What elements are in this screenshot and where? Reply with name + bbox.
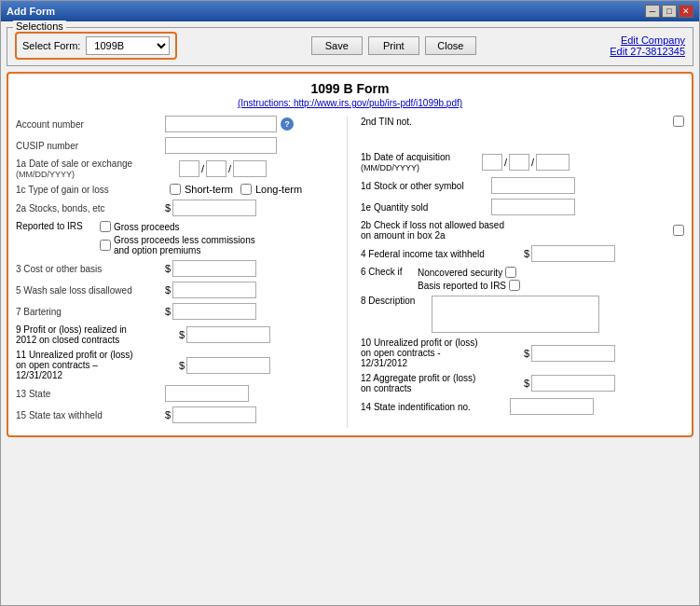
stock-symbol-row: 1d Stock or other symbol [361, 177, 684, 194]
state-row: 13 State [16, 385, 339, 402]
profit-realized-label: 9 Profit or (loss) realized in2012 on cl… [16, 324, 179, 345]
cost-basis-input[interactable] [172, 260, 256, 277]
account-number-field: Account number ? [16, 116, 339, 132]
check-loss-row: 2b Check if loss not allowed basedon amo… [361, 220, 684, 241]
stocks-bonds-field: 2a Stocks, bonds, etc $ [16, 200, 339, 216]
gross-proceeds-checkbox[interactable] [100, 221, 111, 232]
stock-symbol-input[interactable] [491, 177, 575, 194]
maximize-button[interactable]: □ [662, 5, 677, 18]
form-container: 1099 B Form (Instructions: http://www.ir… [7, 72, 693, 437]
edit-ein-link[interactable]: Edit 27-3812345 [610, 46, 685, 57]
form-body: Account number ? CUSIP number [16, 116, 684, 428]
gross-proceeds-less-checkbox[interactable] [100, 240, 111, 251]
quantity-sold-input[interactable] [491, 199, 575, 215]
cost-basis-field: 3 Cost or other basis $ [16, 260, 339, 277]
print-button[interactable]: Print [368, 36, 419, 55]
type-gain-loss-row: 1c Type of gain or loss Short-term Long-… [16, 184, 339, 195]
state-tax-label: 15 State tax withheld [16, 410, 165, 420]
bartering-label: 7 Bartering [16, 307, 165, 317]
stocks-bonds-input[interactable] [172, 200, 256, 216]
date-sale-label: 1a Date of sale or exchange(MM/DD/YYYY) [16, 158, 179, 179]
basis-reported-checkbox[interactable] [509, 280, 520, 291]
account-number-row: Account number ? [16, 116, 339, 132]
unrealized-profit-11-input[interactable] [186, 357, 270, 374]
unrealized-profit-11-field: 11 Unrealized profit or (loss)on open co… [16, 350, 339, 380]
date-acq-mm[interactable] [482, 154, 502, 171]
stock-symbol-field: 1d Stock or other symbol [361, 177, 684, 194]
basis-reported-label: Basis reported to IRS [418, 281, 506, 291]
minimize-button[interactable]: ─ [645, 5, 660, 18]
aggregate-input[interactable] [531, 375, 615, 392]
description-textarea[interactable] [432, 296, 599, 333]
date-sale-yyyy[interactable] [233, 160, 267, 177]
cusip-spacer [361, 131, 684, 152]
gain-loss-options: Short-term Long-term [170, 184, 302, 195]
unrealized-profit-11-row: 11 Unrealized profit or (loss)on open co… [16, 350, 339, 380]
select-form-group: Select Form: 1099B 1099-DIV 1099-INT 109… [15, 32, 177, 60]
noncovered-label: Noncovered security [418, 268, 502, 278]
account-number-label: Account number [16, 119, 165, 130]
date-sale-field: 1a Date of sale or exchange(MM/DD/YYYY) … [16, 158, 339, 179]
unrealized-profit-11-label: 11 Unrealized profit or (loss)on open co… [16, 350, 179, 380]
date-acq-yyyy[interactable] [536, 154, 570, 171]
title-bar: Add Form ─ □ ✕ [1, 1, 699, 21]
wash-sale-field: 5 Wash sale loss disallowed $ [16, 282, 339, 298]
selections-legend: Selections [13, 21, 66, 32]
profit-realized-field: 9 Profit or (loss) realized in2012 on cl… [16, 324, 339, 345]
quantity-sold-field: 1e Quantity sold [361, 199, 684, 215]
bartering-input[interactable] [172, 303, 256, 320]
state-input[interactable] [165, 385, 249, 402]
noncovered-option: Noncovered security [418, 267, 520, 278]
description-label: 8 Description [361, 296, 426, 306]
type-gain-loss-label: 1c Type of gain or loss [16, 185, 170, 195]
help-icon[interactable]: ? [281, 117, 294, 131]
close-window-button[interactable]: ✕ [679, 5, 693, 18]
reported-irs-field: Reported to IRS Gross proceeds Gross pro… [16, 221, 339, 255]
unrealized-10-input[interactable] [531, 345, 615, 362]
state-id-label: 14 State indentification no. [361, 402, 510, 412]
long-term-checkbox[interactable] [240, 184, 252, 195]
form-right-column: 2nd TIN not. 1b Date of acquisition(MM/D… [357, 116, 684, 428]
date-sale-input-group: / / [179, 160, 267, 177]
profit-realized-input[interactable] [186, 326, 270, 343]
tin-checkbox[interactable] [673, 116, 684, 127]
check-loss-label: 2b Check if loss not allowed basedon amo… [361, 220, 673, 241]
short-term-checkbox[interactable] [170, 184, 181, 195]
stock-symbol-label: 1d Stock or other symbol [361, 181, 491, 191]
state-id-input[interactable] [510, 398, 594, 415]
check-loss-field: 2b Check if loss not allowed basedon amo… [361, 220, 684, 241]
aggregate-field: 12 Aggregate profit or (loss)on contract… [361, 373, 684, 393]
edit-company-link[interactable]: Edit Company [621, 34, 685, 46]
date-sale-dd[interactable] [206, 160, 226, 177]
basis-reported-option: Basis reported to IRS [418, 280, 520, 291]
form-select[interactable]: 1099B 1099-DIV 1099-INT 1099-MISC [86, 36, 170, 55]
tin-field: 2nd TIN not. [361, 116, 684, 127]
noncovered-checkbox[interactable] [505, 267, 516, 278]
cusip-input[interactable] [165, 137, 277, 154]
form-title: 1099 B Form [16, 81, 684, 96]
date-acquisition-field: 1b Date of acquisition(MM/DD/YYYY) / / [361, 152, 684, 172]
state-tax-input[interactable] [172, 406, 256, 423]
form-instructions-link[interactable]: (Instructions: http://www.irs.gov/pub/ir… [16, 98, 684, 108]
date-acq-dd[interactable] [509, 154, 529, 171]
cusip-field: CUSIP number [16, 137, 339, 154]
wash-sale-input[interactable] [172, 282, 256, 298]
check-loss-checkbox[interactable] [673, 225, 684, 236]
account-number-input[interactable] [165, 116, 277, 132]
federal-tax-input[interactable] [531, 245, 615, 262]
close-button[interactable]: Close [425, 36, 476, 55]
save-button[interactable]: Save [311, 36, 363, 55]
cost-basis-label: 3 Cost or other basis [16, 264, 165, 274]
state-label: 13 State [16, 389, 165, 399]
type-gain-loss-field: 1c Type of gain or loss Short-term Long-… [16, 184, 339, 195]
long-term-label: Long-term [255, 184, 302, 195]
form-left-column: Account number ? CUSIP number [16, 116, 348, 428]
description-field: 8 Description [361, 296, 684, 333]
bartering-field: 7 Bartering $ [16, 303, 339, 320]
quantity-sold-row: 1e Quantity sold [361, 199, 684, 215]
selections-row: Select Form: 1099B 1099-DIV 1099-INT 109… [15, 32, 685, 60]
check-if-field: 6 Check if Noncovered security Basis rep… [361, 267, 684, 291]
date-sale-mm[interactable] [179, 160, 199, 177]
federal-tax-label: 4 Federal income tax withheld [361, 249, 524, 259]
state-id-field: 14 State indentification no. [361, 398, 684, 415]
